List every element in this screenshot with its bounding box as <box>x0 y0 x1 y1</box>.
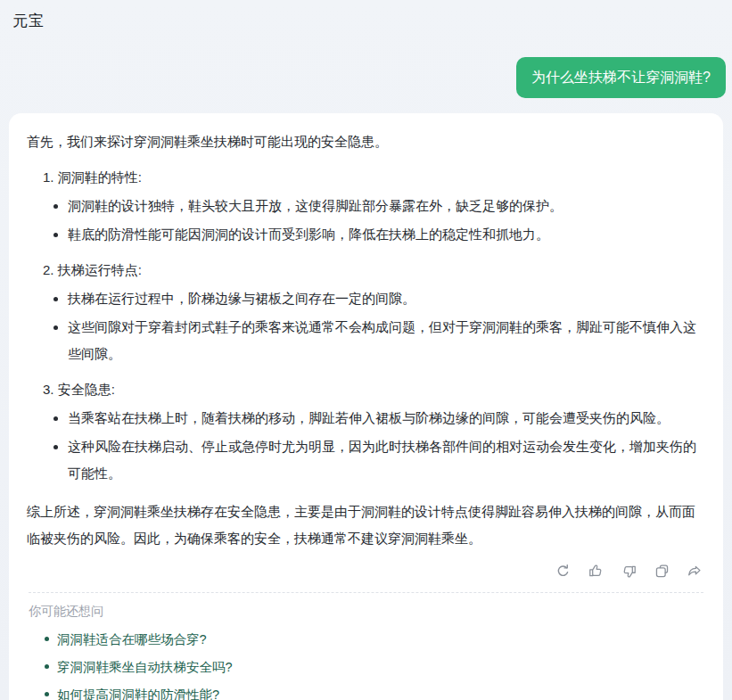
suggestion-link-2[interactable]: 穿洞洞鞋乘坐自动扶梯安全吗? <box>57 660 233 674</box>
answer-section-list: 1. 洞洞鞋的特性: 洞洞鞋的设计独特，鞋头较大且开放，这使得脚趾部分暴露在外，… <box>27 164 705 487</box>
copy-button[interactable] <box>651 560 672 581</box>
message-actions-toolbar <box>27 560 705 581</box>
share-button[interactable] <box>684 560 705 581</box>
answer-section-2: 2. 扶梯运行特点: 扶梯在运行过程中，阶梯边缘与裙板之间存在一定的间隙。 这些… <box>43 257 705 367</box>
section-bullets: 扶梯在运行过程中，阶梯边缘与裙板之间存在一定的间隙。 这些间隙对于穿着封闭式鞋子… <box>43 285 705 367</box>
suggestions-section: 你可能还想问 洞洞鞋适合在哪些场合穿? 穿洞洞鞋乘坐自动扶梯安全吗? 如何提高洞… <box>27 593 705 700</box>
section-title-text: 扶梯运行特点: <box>58 262 142 277</box>
user-message-row: 为什么坐扶梯不让穿洞洞鞋? <box>0 57 732 98</box>
assistant-message-card: 首先，我们来探讨穿洞洞鞋乘坐扶梯时可能出现的安全隐患。 1. 洞洞鞋的特性: 洞… <box>9 113 723 700</box>
bullet-item: 当乘客站在扶梯上时，随着扶梯的移动，脚趾若伸入裙板与阶梯边缘的间隙，可能会遭受夹… <box>68 405 705 432</box>
regenerate-button[interactable] <box>552 560 573 581</box>
bullet-item: 扶梯在运行过程中，阶梯边缘与裙板之间存在一定的间隙。 <box>68 285 705 312</box>
section-title: 2. 扶梯运行特点: <box>43 257 705 284</box>
copy-icon <box>654 563 670 580</box>
section-title-text: 洞洞鞋的特性: <box>58 169 142 185</box>
app-header: 元宝 <box>0 0 732 31</box>
suggestion-link-3[interactable]: 如何提高洞洞鞋的防滑性能? <box>57 688 219 700</box>
section-bullets: 当乘客站在扶梯上时，随着扶梯的移动，脚趾若伸入裙板与阶梯边缘的间隙，可能会遭受夹… <box>43 405 705 487</box>
share-icon <box>687 563 703 580</box>
thumbs-up-icon <box>588 563 605 580</box>
answer-section-3: 3. 安全隐患: 当乘客站在扶梯上时，随着扶梯的移动，脚趾若伸入裙板与阶梯边缘的… <box>43 376 705 487</box>
answer-conclusion: 综上所述，穿洞洞鞋乘坐扶梯存在安全隐患，主要是由于洞洞鞋的设计特点使得脚趾容易伸… <box>27 498 705 552</box>
section-title: 1. 洞洞鞋的特性: <box>43 164 705 191</box>
bullet-item: 洞洞鞋的设计独特，鞋头较大且开放，这使得脚趾部分暴露在外，缺乏足够的保护。 <box>68 193 705 219</box>
suggestion-item: 如何提高洞洞鞋的防滑性能? <box>45 687 703 700</box>
suggestion-link-1[interactable]: 洞洞鞋适合在哪些场合穿? <box>57 632 207 646</box>
section-number: 1. <box>43 169 54 185</box>
regenerate-icon <box>555 563 572 580</box>
thumbs-down-icon <box>621 563 637 580</box>
thumbs-down-button[interactable] <box>618 560 639 581</box>
section-number: 3. <box>43 382 54 397</box>
thumbs-up-button[interactable] <box>585 560 606 581</box>
answer-intro: 首先，我们来探讨穿洞洞鞋乘坐扶梯时可能出现的安全隐患。 <box>27 128 705 155</box>
suggestion-item: 洞洞鞋适合在哪些场合穿? <box>45 631 703 647</box>
user-message-text: 为什么坐扶梯不让穿洞洞鞋? <box>531 70 711 85</box>
suggestion-item: 穿洞洞鞋乘坐自动扶梯安全吗? <box>45 659 703 675</box>
section-bullets: 洞洞鞋的设计独特，鞋头较大且开放，这使得脚趾部分暴露在外，缺乏足够的保护。 鞋底… <box>43 193 705 248</box>
section-title: 3. 安全隐患: <box>43 376 705 403</box>
suggestions-list: 洞洞鞋适合在哪些场合穿? 穿洞洞鞋乘坐自动扶梯安全吗? 如何提高洞洞鞋的防滑性能… <box>29 631 703 700</box>
section-number: 2. <box>43 262 54 277</box>
bullet-item: 这些间隙对于穿着封闭式鞋子的乘客来说通常不会构成问题，但对于穿洞洞鞋的乘客，脚趾… <box>68 314 705 367</box>
user-message-bubble: 为什么坐扶梯不让穿洞洞鞋? <box>516 57 726 98</box>
suggestions-label: 你可能还想问 <box>29 604 703 620</box>
answer-section-1: 1. 洞洞鞋的特性: 洞洞鞋的设计独特，鞋头较大且开放，这使得脚趾部分暴露在外，… <box>43 164 705 248</box>
bullet-item: 这种风险在扶梯启动、停止或急停时尤为明显，因为此时扶梯各部件间的相对运动会发生变… <box>68 433 705 487</box>
section-title-text: 安全隐患: <box>58 382 115 397</box>
app-title: 元宝 <box>12 11 720 31</box>
bullet-item: 鞋底的防滑性能可能因洞洞的设计而受到影响，降低在扶梯上的稳定性和抓地力。 <box>68 221 705 248</box>
